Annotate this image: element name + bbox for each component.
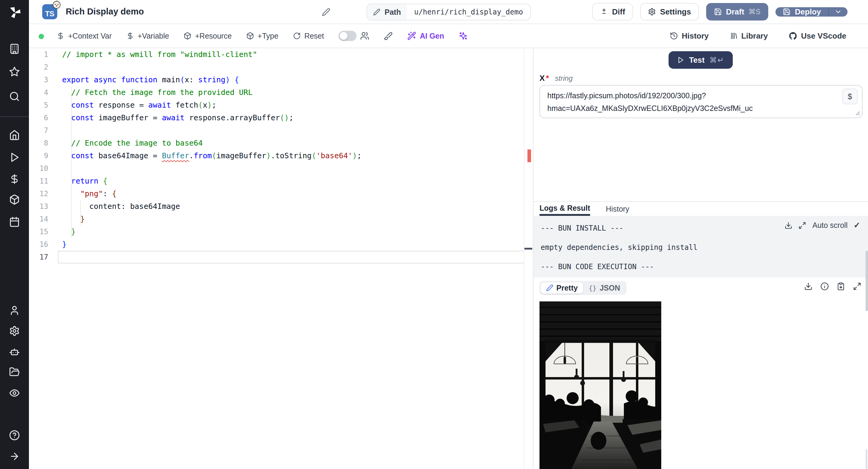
search-icon[interactable] (9, 91, 20, 102)
expand-sidebar-arrow-icon[interactable] (9, 451, 20, 462)
code-line[interactable]: const imageBuffer = await response.array… (62, 112, 527, 124)
download-logs-icon[interactable] (784, 222, 792, 229)
vscode-icon (788, 31, 798, 40)
pretty-tab[interactable]: Pretty (541, 282, 583, 293)
workers-robot-icon[interactable] (9, 347, 20, 357)
tab-logs-result[interactable]: Logs & Result (539, 202, 590, 216)
cursor-ruler-marker (524, 248, 532, 250)
log-scrollbar-thumb[interactable] (866, 251, 868, 311)
add-type-button[interactable]: +Type (246, 32, 278, 40)
runs-play-icon[interactable] (9, 152, 20, 163)
user-icon[interactable] (9, 305, 20, 316)
line-number: 14 (29, 213, 51, 225)
argument-label: X* string (539, 73, 572, 83)
reset-button[interactable]: Reset (293, 32, 324, 40)
line-number: 8 (29, 137, 51, 150)
add-variable-button[interactable]: +Variable (126, 32, 169, 40)
download-result-icon[interactable] (804, 282, 812, 290)
line-number: 11 (29, 175, 51, 187)
log-line: --- BUN CODE EXECUTION --- (541, 260, 861, 273)
history-button[interactable]: History (670, 31, 709, 41)
wand-icon (407, 31, 416, 40)
resize-handle[interactable] (855, 111, 860, 116)
add-resource-button[interactable]: +Resource (184, 32, 232, 40)
settings-gear-icon[interactable] (9, 325, 20, 336)
code-line[interactable]: // Fetch the image from the provided URL (62, 86, 527, 99)
code-line[interactable]: const base64Image = Buffer.from(imageBuf… (62, 150, 527, 162)
code-line[interactable] (62, 251, 527, 263)
log-output: --- BUN INSTALL ---empty dependencies, s… (533, 216, 868, 277)
code-line[interactable]: } (62, 225, 527, 238)
edit-summary-pencil-icon[interactable] (322, 8, 330, 16)
deploy-dropdown[interactable] (828, 7, 847, 17)
refresh-icon (293, 32, 301, 40)
info-icon[interactable] (820, 282, 829, 290)
paintbrush-icon (384, 31, 393, 40)
test-button[interactable]: Test ⌘↵ (669, 51, 733, 69)
ai-sparkles-button[interactable] (459, 31, 468, 40)
line-number: 16 (29, 238, 51, 251)
favorites-star-icon[interactable] (9, 66, 20, 77)
line-number: 13 (29, 200, 51, 213)
line-number: 12 (29, 187, 51, 200)
auto-scroll-check[interactable]: ✓ (854, 221, 860, 230)
code-line[interactable]: export async function main(x: string) { (62, 73, 527, 86)
add-context-var-button[interactable]: +Context Var (57, 32, 112, 40)
line-number: 5 (29, 99, 51, 112)
variables-dollar-icon[interactable] (9, 174, 20, 184)
line-number: 2 (29, 61, 51, 73)
draft-button[interactable]: Draft ⌘S (706, 3, 769, 21)
status-dot (38, 34, 44, 39)
windmill-script-editor: TS Rich Display demo Path u/henri/rich_d… (0, 0, 868, 469)
workspace-building-icon[interactable] (9, 43, 20, 54)
folders-icon[interactable] (9, 367, 20, 377)
code-line[interactable]: const response = await fetch(x); (62, 99, 527, 112)
code-line[interactable] (62, 162, 527, 175)
line-number: 6 (29, 112, 51, 124)
edit-path-pencil-icon (373, 8, 380, 16)
resources-cubes-icon[interactable] (9, 194, 20, 205)
library-button[interactable]: Library (730, 31, 768, 41)
x-input[interactable]: https://fastly.picsum.photos/id/192/200/… (539, 85, 863, 118)
code-line[interactable]: content: base64Image (62, 200, 527, 213)
expand-logs-icon[interactable] (798, 222, 806, 229)
tab-history[interactable]: History (606, 202, 629, 216)
code-line[interactable] (62, 124, 527, 137)
page-scrollbar-thumb[interactable] (866, 449, 867, 469)
code-line[interactable]: } (62, 213, 527, 225)
draft-shortcut: ⌘S (748, 7, 761, 16)
auto-scroll-label[interactable]: Auto scroll (812, 221, 847, 230)
code-line[interactable]: } (62, 238, 527, 251)
code-line[interactable]: return { (62, 175, 527, 187)
diff-button[interactable]: Diff (592, 3, 633, 21)
save-icon (714, 8, 722, 16)
format-code-button[interactable] (384, 31, 393, 40)
use-vscode-button[interactable]: Use VScode (788, 31, 846, 41)
help-icon[interactable] (9, 430, 20, 441)
code-line[interactable]: // import * as wmill from "windmill-clie… (62, 48, 527, 61)
json-tab[interactable]: {} JSON (583, 282, 626, 293)
schedules-calendar-icon[interactable] (9, 216, 20, 227)
history-clock-icon (670, 32, 678, 40)
ai-gen-button[interactable]: AI Gen (407, 31, 444, 40)
deploy-button[interactable]: Deploy (775, 7, 847, 17)
audit-eye-icon[interactable] (9, 387, 20, 399)
line-number: 3 (29, 73, 51, 86)
diff-icon (600, 8, 608, 16)
home-icon[interactable] (9, 130, 20, 140)
path-editor[interactable]: Path u/henri/rich_display_demo (367, 4, 531, 21)
code-content[interactable]: // import * as wmill from "windmill-clie… (62, 48, 527, 263)
code-line[interactable]: // Encode the image to base64 (62, 137, 527, 150)
windmill-logo-icon[interactable] (8, 6, 21, 19)
line-number: 17 (29, 251, 51, 263)
settings-button[interactable]: Settings (640, 3, 699, 21)
copy-clipboard-icon[interactable] (837, 282, 845, 290)
required-asterisk: * (546, 73, 549, 83)
fullscreen-icon[interactable] (853, 282, 861, 290)
variable-picker-button[interactable]: $ (842, 89, 858, 104)
code-line[interactable] (62, 61, 527, 73)
code-line[interactable]: "png": { (62, 187, 527, 200)
multiplayer-toggle[interactable] (338, 31, 369, 41)
code-editor[interactable]: 1234567891011121314151617 // import * as… (29, 48, 533, 469)
overview-ruler (524, 48, 524, 469)
